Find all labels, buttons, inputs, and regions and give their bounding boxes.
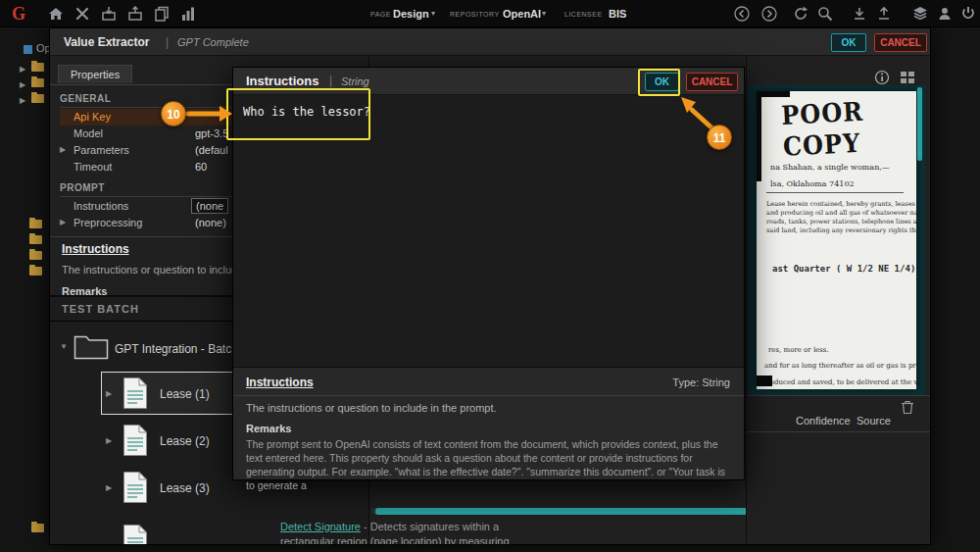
page-selector[interactable]: Design bbox=[393, 8, 429, 20]
document-icon bbox=[122, 376, 148, 414]
dialog-header: Instructions | String OK CANCEL bbox=[233, 68, 744, 95]
folder-icon[interactable] bbox=[31, 78, 44, 87]
back-icon[interactable] bbox=[733, 5, 751, 23]
property-value-editor[interactable]: (none bbox=[191, 198, 228, 214]
copy-icon[interactable] bbox=[153, 5, 171, 23]
expander-icon[interactable]: ▼ bbox=[60, 342, 68, 351]
tab-properties[interactable]: Properties bbox=[58, 65, 132, 83]
scan-artifact bbox=[757, 91, 761, 181]
title-separator: | bbox=[166, 35, 169, 49]
export-box-icon[interactable] bbox=[126, 5, 144, 23]
search-icon[interactable] bbox=[816, 5, 834, 23]
expander-icon[interactable]: ▶ bbox=[20, 65, 25, 74]
help-description: The instructions or question to include … bbox=[246, 402, 497, 414]
tree-item-label[interactable]: Lease (3) bbox=[160, 481, 210, 495]
licensee-label: LICENSEE bbox=[564, 11, 603, 18]
forward-icon[interactable] bbox=[760, 5, 778, 23]
instructions-input-value[interactable]: Who is the lessor? bbox=[243, 105, 370, 119]
import-box-icon[interactable] bbox=[100, 5, 118, 23]
repository-label: REPOSITORY bbox=[450, 11, 500, 18]
help-remarks-label: Remarks bbox=[246, 423, 291, 434]
chart-icon[interactable] bbox=[179, 5, 197, 23]
document-viewer-panel: POOR COPY na Shahan, a single woman,— ls… bbox=[746, 56, 930, 544]
results-header-row: Confidence Source bbox=[747, 409, 930, 432]
document-line: said land, including any reversionary ri… bbox=[766, 226, 916, 234]
dialog-help-pane: Instructions Type: String The instructio… bbox=[233, 367, 744, 479]
tree-item-label[interactable]: Lease (1) bbox=[160, 387, 210, 401]
folder-open-icon bbox=[74, 332, 109, 364]
document-line: ast Quarter ( W 1/2 NE 1/4) bbox=[772, 264, 915, 274]
chevron-down-icon[interactable]: ▾ bbox=[431, 9, 435, 18]
download-icon[interactable] bbox=[851, 5, 868, 23]
document-icon bbox=[122, 524, 148, 545]
scanned-document: POOR COPY na Shahan, a single woman,— ls… bbox=[757, 91, 916, 389]
detect-signature-link[interactable]: Detect Signature bbox=[280, 521, 361, 532]
property-value[interactable]: 60 bbox=[195, 161, 207, 173]
licensee-value: BIS bbox=[609, 8, 626, 20]
refresh-icon[interactable] bbox=[792, 5, 809, 23]
dialog-type-label: String bbox=[341, 75, 369, 87]
document-line: lsa, Oklahoma 74102 bbox=[770, 179, 855, 188]
upload-icon[interactable] bbox=[875, 5, 893, 23]
document-rule bbox=[766, 192, 904, 193]
expander-icon[interactable]: ▶ bbox=[60, 218, 66, 226]
panel-divider bbox=[747, 395, 930, 396]
property-label: Timeout bbox=[74, 161, 112, 173]
property-label: Parameters bbox=[74, 144, 129, 156]
expander-icon[interactable]: ▶ bbox=[60, 145, 66, 154]
folder-icon[interactable] bbox=[29, 251, 42, 260]
document-line: produced and saved, to be delivered at t… bbox=[762, 378, 916, 386]
document-preview[interactable]: POOR COPY na Shahan, a single woman,— ls… bbox=[749, 85, 925, 395]
info-icon[interactable] bbox=[874, 70, 890, 85]
help-remarks-body: The prompt sent to OpenAI consists of te… bbox=[246, 437, 733, 492]
repository-selector[interactable]: OpenAI bbox=[503, 8, 541, 20]
help-title: Instructions bbox=[246, 376, 314, 389]
expander-icon[interactable]: ▶ bbox=[20, 96, 25, 105]
top-app-bar: G PAGE Design ▾ REPOSITORY OpenAI ▾ LICE… bbox=[0, 0, 980, 27]
layers-icon[interactable] bbox=[911, 5, 929, 23]
document-line: and producing oil and all gas of whatsoe… bbox=[766, 209, 916, 217]
expander-icon[interactable]: ▶ bbox=[106, 389, 112, 398]
document-line: roads, tanks, power stations, telephone … bbox=[766, 218, 916, 226]
detect-signature-text-line2: rectangular region (page location) by me… bbox=[280, 534, 604, 545]
chevron-down-icon[interactable]: ▾ bbox=[542, 9, 546, 18]
window-title: Value Extractor bbox=[64, 35, 149, 49]
folder-icon[interactable] bbox=[31, 94, 44, 103]
folder-icon[interactable] bbox=[31, 524, 44, 532]
window-subtitle: GPT Complete bbox=[177, 36, 249, 48]
folder-icon[interactable] bbox=[31, 63, 44, 72]
home-icon[interactable] bbox=[47, 5, 65, 23]
column-confidence[interactable]: Confidence bbox=[796, 415, 851, 427]
dialog-ok-button[interactable]: OK bbox=[645, 73, 679, 91]
dialog-title: Instructions bbox=[246, 74, 318, 88]
scan-artifact bbox=[757, 91, 790, 97]
tree-item-label[interactable]: GPT Integration - Batch bbox=[115, 342, 238, 356]
vertical-scrollbar-thumb[interactable] bbox=[917, 87, 922, 161]
instructions-input[interactable]: Who is the lessor? bbox=[233, 95, 744, 369]
panel-divider bbox=[233, 395, 744, 396]
window-cancel-button[interactable]: CANCEL bbox=[874, 33, 927, 52]
test-batch-header: TEST BATCH bbox=[62, 303, 139, 315]
help-title: Instructions bbox=[62, 242, 129, 256]
dialog-cancel-button[interactable]: CANCEL bbox=[686, 73, 738, 91]
property-value[interactable]: (none) bbox=[195, 217, 226, 228]
app-logo[interactable]: G bbox=[8, 3, 29, 25]
column-source[interactable]: Source bbox=[857, 415, 891, 427]
property-label: Instructions bbox=[74, 200, 128, 212]
folder-icon[interactable] bbox=[29, 220, 42, 228]
document-line: res, more or less. bbox=[768, 346, 829, 354]
expander-icon[interactable]: ▶ bbox=[106, 483, 112, 492]
folder-icon[interactable] bbox=[29, 235, 42, 244]
property-value[interactable]: (defaul bbox=[195, 144, 228, 156]
user-icon[interactable] bbox=[936, 5, 954, 23]
expander-icon[interactable]: ▶ bbox=[20, 80, 25, 89]
power-icon[interactable] bbox=[959, 5, 977, 23]
tree-item-label[interactable]: Lease (2) bbox=[160, 434, 210, 448]
tools-icon[interactable] bbox=[74, 5, 91, 23]
window-ok-button[interactable]: OK bbox=[831, 33, 866, 52]
layout-grid-icon[interactable] bbox=[900, 70, 915, 85]
property-value[interactable]: gpt-3.5 bbox=[195, 127, 228, 139]
folder-icon[interactable] bbox=[29, 267, 42, 276]
expander-icon[interactable]: ▶ bbox=[106, 436, 112, 445]
page-label: PAGE bbox=[370, 11, 391, 18]
